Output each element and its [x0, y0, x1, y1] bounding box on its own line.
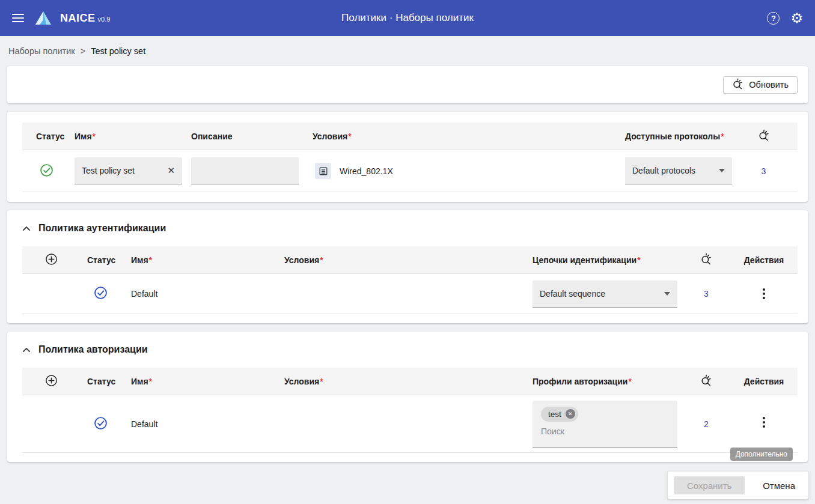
required-mark: * [320, 255, 323, 265]
authorization-profiles-cell: test ✕ Поиск [528, 401, 682, 448]
profiles-search-placeholder[interactable]: Поиск [541, 427, 670, 436]
profiles-chip-field[interactable]: test ✕ Поиск [533, 401, 677, 448]
hit-counter-icon [758, 129, 770, 143]
clear-name-icon[interactable]: ✕ [165, 164, 177, 177]
topbar: NAICE v0.9 Политики · Наборы политик ? ⚙ [0, 0, 815, 36]
hits-cell: 3 [682, 289, 730, 299]
more-actions-icon[interactable] [758, 284, 770, 303]
topbar-right: ? ⚙ [765, 9, 805, 28]
cancel-button[interactable]: Отмена [758, 478, 800, 493]
brand-text: NAICE v0.9 [60, 12, 110, 25]
hit-counter-icon [700, 374, 712, 388]
col-authorization-profiles: Профили авторизации* [528, 377, 682, 386]
settings-button[interactable]: ⚙ [788, 9, 805, 28]
col-conditions: Условия* [279, 377, 528, 386]
protocols-select[interactable]: Default protocols [625, 157, 732, 184]
hit-counter-icon [700, 253, 712, 267]
policy-set-description-field[interactable] [191, 157, 299, 184]
save-button[interactable]: Сохранить [674, 476, 745, 494]
toolbar-card: Обновить [7, 66, 808, 103]
required-mark: * [149, 377, 152, 386]
authentication-table-header: Статус Имя* Условия* Цепочки идентификац… [22, 246, 798, 274]
col-description: Описание [191, 132, 313, 141]
chip-remove-icon[interactable]: ✕ [566, 409, 575, 419]
refresh-button[interactable]: Обновить [723, 76, 798, 94]
hits-count-link[interactable]: 3 [762, 166, 766, 176]
refresh-button-label: Обновить [749, 80, 789, 90]
policy-set-row: ✕ [22, 150, 798, 192]
hits-count-link[interactable]: 2 [704, 419, 709, 429]
chevron-down-icon [664, 292, 670, 296]
col-name: Имя* [126, 377, 279, 386]
rule-name: Default [126, 419, 279, 429]
add-circle-icon [45, 253, 58, 267]
help-icon: ? [767, 12, 780, 25]
status-cell [22, 163, 75, 179]
actions-tooltip: Дополнительно [730, 448, 793, 461]
required-mark: * [149, 255, 152, 265]
chevron-down-icon [719, 169, 725, 172]
col-actions: Действия [730, 377, 798, 386]
authorization-policy-card: Политика авторизации Статус Имя* Условия… [7, 332, 808, 462]
identity-sequence-select[interactable]: Default sequence [533, 281, 677, 308]
app-name: NAICE [60, 12, 96, 25]
policy-set-name-field[interactable]: ✕ [75, 157, 182, 184]
policy-set-description-input[interactable] [198, 166, 294, 175]
topbar-left: NAICE v0.9 [10, 9, 110, 27]
hamburger-icon [12, 11, 24, 25]
policy-set-card: Статус Имя* Описание Условия* Доступные … [7, 112, 808, 202]
condition-value[interactable]: Wired_802.1X [340, 166, 393, 176]
authentication-rule-row: Default Default sequence 3 [22, 274, 798, 314]
identity-chain-cell: Default sequence [528, 281, 682, 308]
col-hits [682, 253, 730, 267]
add-rule-button[interactable] [22, 374, 80, 389]
name-cell: ✕ [75, 157, 191, 184]
authorization-table: Статус Имя* Условия* Профили авторизации… [22, 368, 798, 453]
add-circle-icon [45, 374, 58, 389]
policy-set-table: Статус Имя* Описание Условия* Доступные … [22, 123, 798, 192]
add-rule-button[interactable] [22, 253, 80, 267]
col-actions: Действия [730, 255, 798, 265]
breadcrumb-separator: > [81, 46, 85, 56]
hits-count-link[interactable]: 3 [704, 289, 709, 299]
collapse-chevron-icon[interactable] [22, 225, 31, 231]
authentication-section-header: Политика аутентификации [22, 210, 798, 246]
collapse-chevron-icon[interactable] [22, 347, 31, 353]
profile-chip-label: test [548, 410, 561, 419]
authorization-section-title: Политика авторизации [38, 344, 148, 355]
required-mark: * [348, 132, 351, 141]
condition-editor-icon[interactable] [315, 163, 331, 179]
more-actions-icon[interactable] [758, 413, 770, 432]
description-cell [191, 157, 313, 184]
required-mark: * [320, 377, 323, 386]
col-status: Статус [22, 132, 75, 141]
policy-set-name-input[interactable] [82, 166, 165, 175]
protocols-cell: Default protocols [625, 157, 745, 184]
col-name: Имя* [75, 132, 191, 141]
authentication-table: Статус Имя* Условия* Цепочки идентификац… [22, 246, 798, 314]
actions-cell [730, 284, 798, 303]
col-hits [682, 374, 730, 388]
profile-chip: test ✕ [541, 407, 578, 422]
help-button[interactable]: ? [765, 10, 782, 27]
actions-cell: Дополнительно [730, 416, 798, 432]
col-protocols: Доступные протоколы* [625, 132, 745, 141]
breadcrumb: Наборы политик > Test policy set [0, 36, 815, 66]
status-cell [80, 286, 126, 302]
hits-cell: 3 [745, 166, 798, 176]
app-version: v0.9 [98, 16, 111, 23]
required-mark: * [721, 132, 724, 141]
footer-actions: Сохранить Отмена [668, 472, 808, 499]
page: NAICE v0.9 Политики · Наборы политик ? ⚙… [0, 0, 815, 504]
menu-button[interactable] [10, 9, 26, 27]
status-cell [80, 416, 126, 432]
required-mark: * [628, 377, 631, 386]
col-conditions: Условия* [313, 132, 625, 141]
authorization-table-header: Статус Имя* Условия* Профили авторизации… [22, 368, 798, 395]
breadcrumb-parent[interactable]: Наборы политик [8, 46, 75, 56]
protocols-select-value: Default protocols [632, 166, 695, 175]
authentication-policy-card: Политика аутентификации Статус Имя* Усло… [7, 210, 808, 323]
authorization-section-header: Политика авторизации [22, 332, 798, 368]
required-mark: * [93, 132, 96, 141]
status-ok-icon [94, 286, 108, 302]
